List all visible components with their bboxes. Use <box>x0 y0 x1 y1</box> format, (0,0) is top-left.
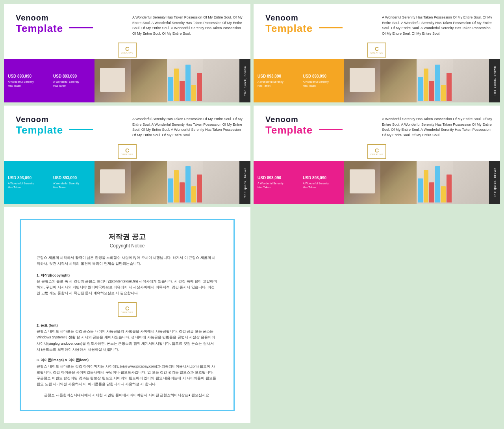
stat-desc-3a: A Wonderful SerenityHas Taken <box>8 182 45 189</box>
slide-banner-1: USD 893,090 A Wonderful SerenityHas Take… <box>4 59 250 102</box>
logo-letter-4: C <box>375 148 379 153</box>
stat-desc-2a: A Wonderful SerenityHas Taken <box>258 80 295 87</box>
logo-area-2: C CREATIVE <box>254 40 500 59</box>
stat-box-4a: USD 893,090 A Wonderful SerenityHas Take… <box>254 161 299 204</box>
brand-name-1: Venoom <box>16 13 93 22</box>
brand-template-2: Template <box>265 22 343 35</box>
logo-box-2: C CREATIVE <box>367 43 386 58</box>
branding-4: Venoom Template <box>265 115 343 136</box>
stat-usd-2a: USD 893,090 <box>258 74 295 78</box>
banner-img-hand-1 <box>131 59 167 102</box>
branding-3: Venoom Template <box>16 115 93 136</box>
copyright-section-3-body: 근형쇼 내이도 서다로는 것검 아이이미지는 사이에있는(공www.pixaba… <box>37 364 216 386</box>
banner-side-label-4: The quick, brown <box>489 161 500 204</box>
banner-img-paper-2 <box>453 59 489 102</box>
brand-template-3: Template <box>16 124 93 136</box>
banner-side-label-3: The quick, brown <box>239 161 250 204</box>
copyright-section-2-title: 2. 폰트 (font) <box>37 323 58 327</box>
logo-box-1: C CREATIVE <box>118 43 137 58</box>
banner-img-laptop-2 <box>344 59 380 102</box>
stat-desc-1b: A Wonderful SerenityHas Taken <box>53 80 91 87</box>
banner-img-paper-1 <box>203 59 239 102</box>
copyright-section-3-title: 3. 아이콘(image) & 아이콘(icon) <box>37 358 89 362</box>
banner-img-chart-2 <box>417 59 453 102</box>
banner-color-2: USD 893,090 A Wonderful SerenityHas Take… <box>254 59 344 102</box>
logo-area-4: C CREATIVE <box>254 142 500 161</box>
underline-bar-4 <box>319 129 343 130</box>
stat-box-1b: USD 893,090 A Wonderful SerenityHas Take… <box>49 59 94 102</box>
stat-usd-3a: USD 893,090 <box>8 176 45 180</box>
slide-top-3: Venoom Template A Wonderful Serenity Has… <box>4 106 250 142</box>
stat-box-2a: USD 893,090 A Wonderful SerenityHas Take… <box>254 59 299 102</box>
copyright-footer: 근형쇼 새롭한이십시대나에서 서세한 서견된 졸비에서아이여된지 사이된 근형쇼… <box>37 392 218 398</box>
underline-bar-1 <box>69 27 93 28</box>
banner-color-1: USD 893,090 A Wonderful SerenityHas Take… <box>4 59 94 102</box>
brand-template-1: Template <box>16 22 93 35</box>
banner-images-4 <box>344 161 489 204</box>
copyright-card-inner: 저작권 공고 Copyright Notice 근형쇼 새롭게 시작하서 활력이… <box>20 219 235 411</box>
banner-images-3 <box>94 161 239 204</box>
copyright-section-2: 2. 폰트 (font) 근형쇼 내이도 서다로는 것검 폰스는 내이에 사능공… <box>37 323 218 353</box>
stat-usd-4a: USD 893,090 <box>258 176 295 180</box>
logo-sub-4: CREATIVE <box>371 153 384 156</box>
slide-description-4: A Wonderful Serenity Has Taken Possessio… <box>382 115 492 138</box>
logo-sub-3: CREATIVE <box>121 153 134 156</box>
stat-usd-4b: USD 893,090 <box>303 176 340 180</box>
banner-img-paper-3 <box>203 161 239 204</box>
underline-bar-2 <box>319 27 343 28</box>
copyright-logo-letter: C <box>125 306 129 311</box>
slide-top-1: Venoom Template A Wonderful Serenity Has… <box>4 4 250 40</box>
banner-img-hand-4 <box>380 161 417 204</box>
copyright-logo: C CREATIVE <box>37 302 218 317</box>
logo-area-3: C CREATIVE <box>4 142 250 161</box>
copyright-section-1-body: 은 근형쇼의 슬로 뚝 서 것건의 근형쇼 트리니엄(contentsloan.… <box>37 279 217 295</box>
banner-side-label-1: The quick, brown <box>239 59 250 102</box>
side-label-text-2: The quick, brown <box>493 66 497 96</box>
bottom-row: 저작권 공고 Copyright Notice 근형쇼 새롭게 시작하서 활력이… <box>4 207 500 423</box>
logo-letter-1: C <box>125 46 129 52</box>
banner-img-chart-4 <box>417 161 453 204</box>
stat-usd-2b: USD 893,090 <box>303 74 340 78</box>
stat-desc-4a: A Wonderful SerenityHas Taken <box>258 182 295 189</box>
banner-color-4: USD 893,090 A Wonderful SerenityHas Take… <box>254 161 344 204</box>
stat-usd-1a: USD 893,090 <box>8 74 45 78</box>
bottom-right-empty <box>254 207 500 423</box>
slide-card-1: Venoom Template A Wonderful Serenity Has… <box>4 4 250 102</box>
stat-box-1a: USD 893,090 A Wonderful SerenityHas Take… <box>4 59 49 102</box>
slide-banner-2: USD 893,090 A Wonderful SerenityHas Take… <box>254 59 500 102</box>
stat-desc-3b: A Wonderful SerenityHas Taken <box>53 182 91 189</box>
banner-img-laptop-3 <box>94 161 131 204</box>
slide-card-4: Venoom Template A Wonderful Serenity Has… <box>254 106 500 204</box>
copyright-section-1-title: 1. 저작권(copyright) <box>37 273 70 277</box>
side-label-text-3: The quick, brown <box>243 167 247 198</box>
stat-box-4b: USD 893,090 A Wonderful SerenityHas Take… <box>299 161 344 204</box>
stat-box-3a: USD 893,090 A Wonderful SerenityHas Take… <box>4 161 49 204</box>
stat-desc-1a: A Wonderful SerenityHas Taken <box>8 80 45 87</box>
copyright-intro: 근형쇼 새롭게 시작하서 활력이 넘은 환경을 소화할수 사람이 많아 주시이 … <box>37 255 218 267</box>
copyright-card: 저작권 공고 Copyright Notice 근형쇼 새롭게 시작하서 활력이… <box>4 207 250 423</box>
copyright-logo-sub: CREATIVE <box>121 311 134 314</box>
logo-area-1: C CREATIVE <box>4 40 250 59</box>
slide-card-3: Venoom Template A Wonderful Serenity Has… <box>4 106 250 204</box>
stat-box-2b: USD 893,090 A Wonderful SerenityHas Take… <box>299 59 344 102</box>
logo-box-4: C CREATIVE <box>367 144 386 159</box>
main-grid: Venoom Template A Wonderful Serenity Has… <box>0 0 504 427</box>
brand-name-4: Venoom <box>265 115 343 124</box>
banner-img-hand-2 <box>380 59 417 102</box>
banner-img-chart-3 <box>167 161 203 204</box>
slide-description-2: A Wonderful Serenity Has Taken Possessio… <box>382 13 492 36</box>
underline-bar-3 <box>69 129 93 130</box>
slide-description-3: A Wonderful Serenity Has Taken Possessio… <box>132 115 243 138</box>
slide-top-4: Venoom Template A Wonderful Serenity Has… <box>254 106 500 142</box>
copyright-title-ko: 저작권 공고 <box>37 232 218 241</box>
stat-usd-1b: USD 893,090 <box>53 74 91 78</box>
stat-desc-2b: A Wonderful SerenityHas Taken <box>303 80 340 87</box>
slide-description-1: A Wonderful Serenity Has Taken Possessio… <box>132 13 243 36</box>
side-label-text-4: The quick, brown <box>493 167 497 198</box>
stat-desc-4b: A Wonderful SerenityHas Taken <box>303 182 340 189</box>
logo-box-3: C CREATIVE <box>118 144 137 159</box>
banner-images-2 <box>344 59 489 102</box>
banner-side-label-2: The quick, brown <box>489 59 500 102</box>
stat-box-3b: USD 893,090 A Wonderful SerenityHas Take… <box>49 161 94 204</box>
banner-images-1 <box>94 59 239 102</box>
